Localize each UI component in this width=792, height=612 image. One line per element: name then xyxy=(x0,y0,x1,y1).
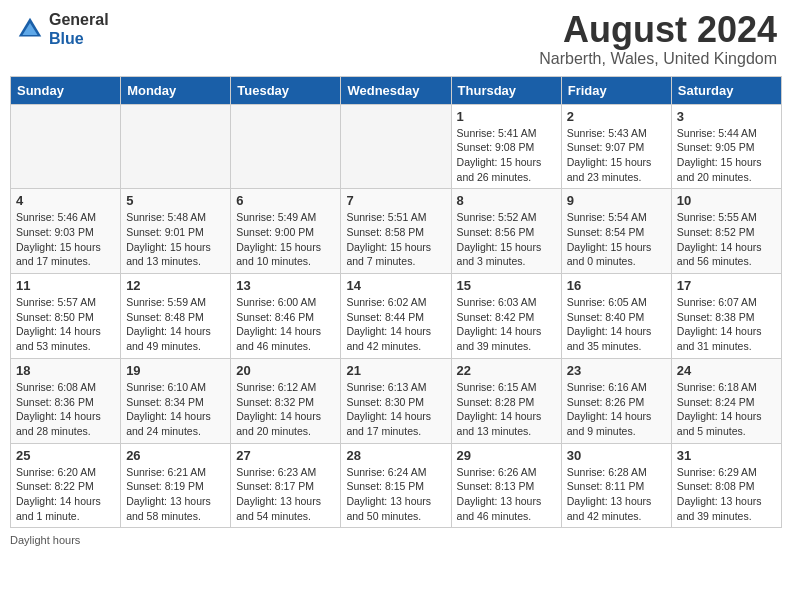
calendar-cell: 18Sunrise: 6:08 AM Sunset: 8:36 PM Dayli… xyxy=(11,358,121,443)
calendar-cell: 24Sunrise: 6:18 AM Sunset: 8:24 PM Dayli… xyxy=(671,358,781,443)
day-number: 4 xyxy=(16,193,115,208)
calendar-cell: 6Sunrise: 5:49 AM Sunset: 9:00 PM Daylig… xyxy=(231,189,341,274)
calendar-cell: 13Sunrise: 6:00 AM Sunset: 8:46 PM Dayli… xyxy=(231,274,341,359)
calendar-cell: 30Sunrise: 6:28 AM Sunset: 8:11 PM Dayli… xyxy=(561,443,671,528)
day-number: 5 xyxy=(126,193,225,208)
day-number: 1 xyxy=(457,109,556,124)
calendar-cell: 3Sunrise: 5:44 AM Sunset: 9:05 PM Daylig… xyxy=(671,104,781,189)
calendar-cell: 23Sunrise: 6:16 AM Sunset: 8:26 PM Dayli… xyxy=(561,358,671,443)
day-info: Sunrise: 5:57 AM Sunset: 8:50 PM Dayligh… xyxy=(16,295,115,354)
day-info: Sunrise: 6:26 AM Sunset: 8:13 PM Dayligh… xyxy=(457,465,556,524)
calendar-cell: 28Sunrise: 6:24 AM Sunset: 8:15 PM Dayli… xyxy=(341,443,451,528)
day-info: Sunrise: 6:00 AM Sunset: 8:46 PM Dayligh… xyxy=(236,295,335,354)
day-info: Sunrise: 5:46 AM Sunset: 9:03 PM Dayligh… xyxy=(16,210,115,269)
day-info: Sunrise: 6:02 AM Sunset: 8:44 PM Dayligh… xyxy=(346,295,445,354)
day-info: Sunrise: 5:48 AM Sunset: 9:01 PM Dayligh… xyxy=(126,210,225,269)
day-info: Sunrise: 5:52 AM Sunset: 8:56 PM Dayligh… xyxy=(457,210,556,269)
day-number: 18 xyxy=(16,363,115,378)
calendar-cell: 15Sunrise: 6:03 AM Sunset: 8:42 PM Dayli… xyxy=(451,274,561,359)
day-number: 25 xyxy=(16,448,115,463)
day-info: Sunrise: 6:03 AM Sunset: 8:42 PM Dayligh… xyxy=(457,295,556,354)
day-info: Sunrise: 5:43 AM Sunset: 9:07 PM Dayligh… xyxy=(567,126,666,185)
day-info: Sunrise: 5:49 AM Sunset: 9:00 PM Dayligh… xyxy=(236,210,335,269)
logo: General Blue xyxy=(15,10,109,48)
calendar-header-row: SundayMondayTuesdayWednesdayThursdayFrid… xyxy=(11,76,782,104)
day-info: Sunrise: 5:41 AM Sunset: 9:08 PM Dayligh… xyxy=(457,126,556,185)
day-number: 29 xyxy=(457,448,556,463)
day-info: Sunrise: 6:21 AM Sunset: 8:19 PM Dayligh… xyxy=(126,465,225,524)
calendar-cell: 1Sunrise: 5:41 AM Sunset: 9:08 PM Daylig… xyxy=(451,104,561,189)
calendar-cell: 10Sunrise: 5:55 AM Sunset: 8:52 PM Dayli… xyxy=(671,189,781,274)
calendar-cell xyxy=(11,104,121,189)
calendar-cell: 7Sunrise: 5:51 AM Sunset: 8:58 PM Daylig… xyxy=(341,189,451,274)
day-number: 13 xyxy=(236,278,335,293)
calendar-cell xyxy=(231,104,341,189)
day-info: Sunrise: 6:05 AM Sunset: 8:40 PM Dayligh… xyxy=(567,295,666,354)
calendar-week-3: 11Sunrise: 5:57 AM Sunset: 8:50 PM Dayli… xyxy=(11,274,782,359)
calendar-cell: 9Sunrise: 5:54 AM Sunset: 8:54 PM Daylig… xyxy=(561,189,671,274)
logo-icon xyxy=(15,14,45,44)
page-header: General Blue August 2024 Narberth, Wales… xyxy=(10,10,782,68)
day-info: Sunrise: 6:29 AM Sunset: 8:08 PM Dayligh… xyxy=(677,465,776,524)
day-info: Sunrise: 6:23 AM Sunset: 8:17 PM Dayligh… xyxy=(236,465,335,524)
day-info: Sunrise: 5:44 AM Sunset: 9:05 PM Dayligh… xyxy=(677,126,776,185)
day-number: 16 xyxy=(567,278,666,293)
day-info: Sunrise: 6:20 AM Sunset: 8:22 PM Dayligh… xyxy=(16,465,115,524)
day-number: 10 xyxy=(677,193,776,208)
day-info: Sunrise: 6:08 AM Sunset: 8:36 PM Dayligh… xyxy=(16,380,115,439)
calendar-header-saturday: Saturday xyxy=(671,76,781,104)
day-info: Sunrise: 6:07 AM Sunset: 8:38 PM Dayligh… xyxy=(677,295,776,354)
calendar-cell: 22Sunrise: 6:15 AM Sunset: 8:28 PM Dayli… xyxy=(451,358,561,443)
calendar-cell: 29Sunrise: 6:26 AM Sunset: 8:13 PM Dayli… xyxy=(451,443,561,528)
day-number: 27 xyxy=(236,448,335,463)
day-number: 30 xyxy=(567,448,666,463)
day-number: 26 xyxy=(126,448,225,463)
day-info: Sunrise: 6:18 AM Sunset: 8:24 PM Dayligh… xyxy=(677,380,776,439)
day-number: 31 xyxy=(677,448,776,463)
calendar-cell: 2Sunrise: 5:43 AM Sunset: 9:07 PM Daylig… xyxy=(561,104,671,189)
day-info: Sunrise: 6:15 AM Sunset: 8:28 PM Dayligh… xyxy=(457,380,556,439)
day-info: Sunrise: 6:28 AM Sunset: 8:11 PM Dayligh… xyxy=(567,465,666,524)
day-number: 3 xyxy=(677,109,776,124)
calendar-cell: 8Sunrise: 5:52 AM Sunset: 8:56 PM Daylig… xyxy=(451,189,561,274)
calendar-cell: 4Sunrise: 5:46 AM Sunset: 9:03 PM Daylig… xyxy=(11,189,121,274)
calendar-cell: 25Sunrise: 6:20 AM Sunset: 8:22 PM Dayli… xyxy=(11,443,121,528)
footer-note: Daylight hours xyxy=(10,534,782,546)
day-info: Sunrise: 5:55 AM Sunset: 8:52 PM Dayligh… xyxy=(677,210,776,269)
day-info: Sunrise: 6:12 AM Sunset: 8:32 PM Dayligh… xyxy=(236,380,335,439)
day-number: 28 xyxy=(346,448,445,463)
calendar-header-friday: Friday xyxy=(561,76,671,104)
calendar-cell: 19Sunrise: 6:10 AM Sunset: 8:34 PM Dayli… xyxy=(121,358,231,443)
day-number: 20 xyxy=(236,363,335,378)
day-number: 12 xyxy=(126,278,225,293)
day-info: Sunrise: 6:13 AM Sunset: 8:30 PM Dayligh… xyxy=(346,380,445,439)
day-number: 8 xyxy=(457,193,556,208)
calendar-header-sunday: Sunday xyxy=(11,76,121,104)
day-number: 2 xyxy=(567,109,666,124)
calendar-cell: 12Sunrise: 5:59 AM Sunset: 8:48 PM Dayli… xyxy=(121,274,231,359)
calendar-cell: 5Sunrise: 5:48 AM Sunset: 9:01 PM Daylig… xyxy=(121,189,231,274)
calendar-cell: 17Sunrise: 6:07 AM Sunset: 8:38 PM Dayli… xyxy=(671,274,781,359)
day-number: 15 xyxy=(457,278,556,293)
location: Narberth, Wales, United Kingdom xyxy=(539,50,777,68)
calendar-cell: 11Sunrise: 5:57 AM Sunset: 8:50 PM Dayli… xyxy=(11,274,121,359)
day-info: Sunrise: 6:10 AM Sunset: 8:34 PM Dayligh… xyxy=(126,380,225,439)
calendar-cell: 31Sunrise: 6:29 AM Sunset: 8:08 PM Dayli… xyxy=(671,443,781,528)
day-number: 24 xyxy=(677,363,776,378)
month-title: August 2024 xyxy=(539,10,777,50)
calendar-header-wednesday: Wednesday xyxy=(341,76,451,104)
calendar-cell: 16Sunrise: 6:05 AM Sunset: 8:40 PM Dayli… xyxy=(561,274,671,359)
calendar: SundayMondayTuesdayWednesdayThursdayFrid… xyxy=(10,76,782,529)
day-info: Sunrise: 6:24 AM Sunset: 8:15 PM Dayligh… xyxy=(346,465,445,524)
day-number: 22 xyxy=(457,363,556,378)
day-number: 14 xyxy=(346,278,445,293)
calendar-cell: 21Sunrise: 6:13 AM Sunset: 8:30 PM Dayli… xyxy=(341,358,451,443)
day-info: Sunrise: 5:51 AM Sunset: 8:58 PM Dayligh… xyxy=(346,210,445,269)
day-number: 9 xyxy=(567,193,666,208)
calendar-week-4: 18Sunrise: 6:08 AM Sunset: 8:36 PM Dayli… xyxy=(11,358,782,443)
day-info: Sunrise: 6:16 AM Sunset: 8:26 PM Dayligh… xyxy=(567,380,666,439)
day-number: 21 xyxy=(346,363,445,378)
calendar-header-thursday: Thursday xyxy=(451,76,561,104)
calendar-cell: 20Sunrise: 6:12 AM Sunset: 8:32 PM Dayli… xyxy=(231,358,341,443)
day-number: 23 xyxy=(567,363,666,378)
